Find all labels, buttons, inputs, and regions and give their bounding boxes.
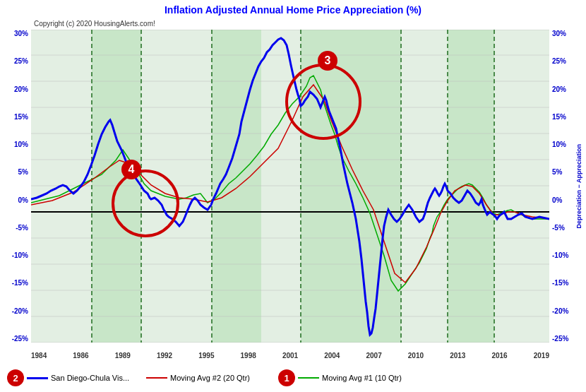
y-label-r-n5: -5% — [552, 224, 565, 232]
svg-rect-5 — [494, 30, 549, 343]
y-label-n5: -5% — [16, 224, 28, 232]
y-label-r-5: 5% — [552, 168, 562, 176]
right-axis-label: Depreciation − Appreciation — [575, 144, 582, 228]
y-label-15: 15% — [14, 113, 28, 121]
x-label-2010: 2010 — [408, 352, 424, 360]
y-label-r-n15: -15% — [552, 279, 568, 287]
legend-line-san-diego — [27, 377, 48, 379]
copyright-text: Copyright (c) 2020 HousingAlerts.com! — [34, 20, 155, 28]
y-label-r-n25: -25% — [552, 335, 568, 343]
y-label-r-25: 25% — [552, 57, 566, 65]
x-label-2019: 2019 — [534, 352, 549, 360]
legend-item-red: Moving Avg #2 (20 Qtr) — [146, 374, 250, 382]
annotation-circle-3: 3 — [285, 64, 361, 140]
y-label-n25: -25% — [12, 335, 28, 343]
x-axis: 1984 1986 1989 1992 1995 1998 2001 2004 … — [31, 352, 549, 360]
legend-item-2: 2 San Diego-Chula Vis... — [7, 369, 129, 386]
x-label-1984: 1984 — [31, 352, 47, 360]
x-label-1992: 1992 — [157, 352, 172, 360]
x-label-2004: 2004 — [324, 352, 340, 360]
y-label-30: 30% — [14, 30, 28, 37]
chart-svg — [31, 30, 549, 343]
y-axis-left: 30% 25% 20% 15% 10% 5% 0% -5% -10% -15% … — [0, 30, 31, 343]
annotation-number-3: 3 — [318, 51, 337, 71]
y-label-r-10: 10% — [552, 141, 566, 148]
legend-line-avg2 — [146, 377, 167, 379]
y-label-r-15: 15% — [552, 113, 566, 121]
y-label-5: 5% — [18, 168, 28, 176]
y-label-0: 0% — [18, 196, 28, 204]
legend-circle-1: 1 — [278, 369, 295, 386]
annotation-number-4: 4 — [121, 160, 141, 179]
legend-circle-2: 2 — [7, 369, 24, 386]
y-label-n20: -20% — [12, 307, 28, 315]
x-label-1986: 1986 — [73, 352, 88, 360]
y-label-r-0: 0% — [552, 196, 562, 204]
y-label-r-n20: -20% — [552, 307, 568, 315]
legend: 2 San Diego-Chula Vis... Moving Avg #2 (… — [0, 369, 586, 386]
chart-title: Inflation Adjusted Annual Home Price App… — [0, 0, 586, 17]
y-label-n15: -15% — [12, 279, 28, 287]
x-label-2016: 2016 — [491, 352, 507, 360]
x-label-1989: 1989 — [115, 352, 131, 360]
x-label-2007: 2007 — [366, 352, 382, 360]
legend-label-avg2: Moving Avg #2 (20 Qtr) — [170, 374, 250, 382]
legend-item-1: 1 Moving Avg #1 (10 Qtr) — [278, 369, 402, 386]
y-label-r-20: 20% — [552, 85, 566, 93]
y-label-20: 20% — [14, 85, 28, 93]
legend-line-avg1 — [298, 377, 319, 379]
annotation-circle-4: 4 — [112, 170, 179, 237]
svg-rect-4 — [401, 30, 448, 343]
y-label-n10: -10% — [12, 251, 28, 259]
x-label-2013: 2013 — [450, 352, 465, 360]
y-label-25: 25% — [14, 57, 28, 65]
x-label-2001: 2001 — [282, 352, 298, 360]
y-label-r-n10: -10% — [552, 251, 568, 259]
legend-label-avg1: Moving Avg #1 (10 Qtr) — [322, 374, 402, 382]
right-axis-label-container: Depreciation − Appreciation — [573, 30, 585, 343]
y-label-10: 10% — [14, 141, 28, 148]
legend-label-san-diego: San Diego-Chula Vis... — [51, 374, 129, 382]
y-label-r-30: 30% — [552, 30, 566, 37]
chart-container: Inflation Adjusted Annual Home Price App… — [0, 0, 586, 392]
x-label-1998: 1998 — [241, 352, 256, 360]
x-label-1995: 1995 — [198, 352, 214, 360]
